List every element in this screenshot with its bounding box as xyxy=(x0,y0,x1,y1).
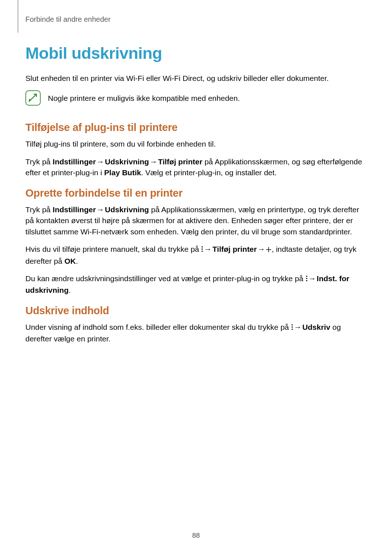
section-heading-connect: Oprette forbindelse til en printer xyxy=(25,187,367,199)
svg-rect-7 xyxy=(306,280,307,281)
text-bold: Udskriv xyxy=(302,323,330,331)
text-bold: Indstillinger xyxy=(53,205,96,214)
text: Tryk på xyxy=(25,205,53,214)
text: . xyxy=(69,286,71,294)
text-bold: Udskrivning xyxy=(105,157,149,166)
section-heading-plugins: Tilføjelse af plug-ins til printere xyxy=(25,122,367,134)
more-icon xyxy=(306,274,308,285)
text: Under visning af indhold som f.eks. bill… xyxy=(25,323,291,331)
plus-icon xyxy=(266,245,271,255)
vertical-rule xyxy=(18,0,18,33)
text-bold: Udskrivning xyxy=(105,205,149,214)
more-icon xyxy=(291,323,293,333)
svg-rect-6 xyxy=(306,278,307,279)
s3-p1: Under visning af indhold som f.eks. bill… xyxy=(25,322,367,345)
page-content: Forbinde til andre enheder Mobil udskriv… xyxy=(0,0,392,345)
s2-p2: Hvis du vil tilføje printere manuelt, sk… xyxy=(25,244,367,267)
arrow-icon: → xyxy=(293,323,302,331)
arrow-icon: → xyxy=(257,245,266,253)
text: . Vælg et printer-plug-in, og installer … xyxy=(141,168,277,177)
text: Hvis du vil tilføje printere manuelt, sk… xyxy=(25,245,201,253)
text-bold: Play Butik xyxy=(104,168,141,177)
section-heading-print: Udskrive indhold xyxy=(25,305,367,317)
page-number: 88 xyxy=(0,532,392,539)
note-text: Nogle printere er muligvis ikke kompatib… xyxy=(48,93,240,103)
text: Tryk på xyxy=(25,157,53,166)
arrow-icon: → xyxy=(203,245,212,253)
s1-p2: Tryk på Indstillinger→Udskrivning→Tilføj… xyxy=(25,156,367,178)
arrow-icon: → xyxy=(96,205,105,214)
text-bold: Tilføj printer xyxy=(158,157,202,166)
text: Du kan ændre udskrivningsindstillinger v… xyxy=(25,274,306,283)
text-bold: Tilføj printer xyxy=(212,245,257,253)
page-title: Mobil udskrivning xyxy=(25,44,367,63)
svg-rect-2 xyxy=(202,251,203,252)
svg-rect-9 xyxy=(291,327,293,328)
arrow-icon: → xyxy=(308,274,317,283)
s2-p3: Du kan ændre udskrivningsindstillinger v… xyxy=(25,273,367,296)
svg-rect-8 xyxy=(291,324,293,325)
arrow-icon: → xyxy=(96,157,105,166)
svg-rect-1 xyxy=(202,249,203,250)
text: . xyxy=(76,257,78,265)
text-bold: OK xyxy=(64,257,76,265)
note-block: Nogle printere er muligvis ikke kompatib… xyxy=(25,90,367,106)
intro-paragraph: Slut enheden til en printer via Wi-Fi el… xyxy=(25,73,367,84)
s1-p1: Tilføj plug-ins til printere, som du vil… xyxy=(25,139,367,149)
svg-rect-5 xyxy=(306,276,307,277)
note-icon xyxy=(25,90,41,106)
svg-rect-10 xyxy=(291,329,293,330)
breadcrumb: Forbinde til andre enheder xyxy=(25,15,367,24)
arrow-icon: → xyxy=(149,157,158,166)
svg-rect-0 xyxy=(202,246,203,247)
text-bold: Indstillinger xyxy=(53,157,96,166)
s2-p1: Tryk på Indstillinger→Udskrivning på App… xyxy=(25,204,367,237)
